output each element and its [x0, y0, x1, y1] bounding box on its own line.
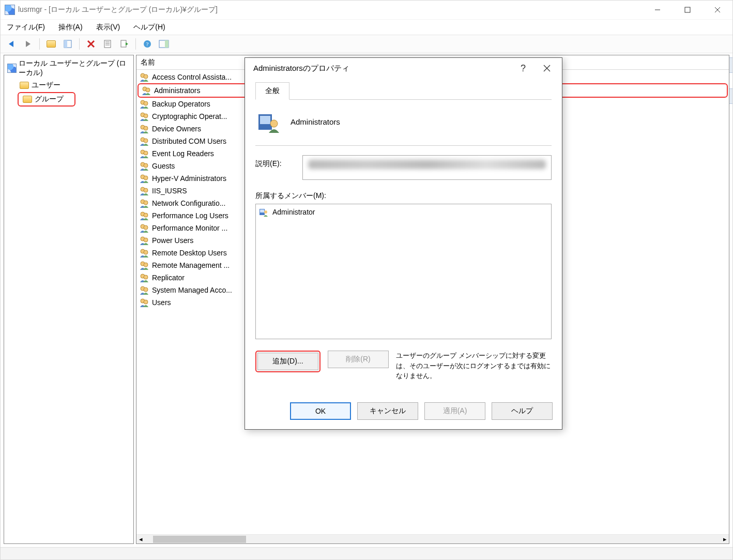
svg-point-55	[144, 287, 148, 292]
window-close-button[interactable]	[703, 1, 732, 19]
member-row[interactable]: Administrator	[259, 207, 548, 217]
group-icon	[140, 99, 149, 109]
group-icon	[140, 137, 149, 146]
tree-root-label: ローカル ユーザーとグループ (ローカル)	[19, 59, 130, 78]
svg-point-43	[144, 213, 148, 217]
list-row-label: Network Configuratio...	[152, 199, 225, 207]
svg-point-63	[270, 120, 278, 127]
list-row-label: Cryptographic Operat...	[152, 112, 227, 120]
list-row-label: Event Log Readers	[152, 149, 214, 158]
group-icon	[140, 273, 149, 282]
nav-back-button[interactable]	[5, 37, 18, 51]
menu-action[interactable]: 操作(A)	[58, 23, 83, 32]
ok-button[interactable]: OK	[290, 402, 351, 420]
list-row-label: IIS_IUSRS	[152, 187, 187, 195]
svg-rect-62	[260, 116, 270, 124]
svg-point-39	[144, 188, 148, 192]
svg-point-27	[144, 114, 148, 118]
svg-point-57	[144, 300, 148, 304]
toolbar-action-pane-button[interactable]	[157, 37, 171, 51]
group-icon	[140, 248, 149, 258]
svg-point-53	[144, 275, 148, 279]
list-row-label: Performance Monitor ...	[152, 224, 227, 232]
svg-point-35	[144, 163, 148, 168]
dialog-close-button[interactable]	[535, 60, 559, 77]
svg-rect-65	[260, 209, 264, 213]
description-textbox[interactable]	[302, 155, 552, 180]
toolbar-pane-button[interactable]	[61, 37, 74, 51]
member-name: Administrator	[272, 208, 315, 216]
group-icon	[140, 186, 149, 195]
svg-point-23	[146, 88, 150, 92]
list-row-label: Users	[152, 298, 171, 307]
group-name: Administrators	[291, 117, 340, 126]
status-bar	[1, 547, 732, 559]
tab-general[interactable]: 全般	[255, 82, 289, 100]
nav-forward-button[interactable]	[21, 37, 35, 51]
list-row-label: Guests	[152, 162, 175, 170]
svg-rect-19	[165, 40, 169, 48]
list-row-label: Device Owners	[152, 125, 201, 133]
svg-marker-5	[26, 41, 30, 47]
toolbar-delete-button[interactable]	[84, 37, 98, 51]
scrollbar-thumb[interactable]	[153, 536, 246, 543]
svg-point-29	[144, 126, 148, 130]
dialog-help-button[interactable]: ?	[511, 60, 535, 77]
svg-point-45	[144, 225, 148, 230]
group-icon	[140, 223, 149, 233]
group-icon	[140, 211, 149, 220]
list-row-label: Remote Management ...	[152, 261, 230, 269]
svg-point-31	[144, 139, 148, 143]
list-row-label: Access Control Assista...	[152, 73, 232, 81]
svg-point-47	[144, 238, 148, 242]
svg-marker-4	[9, 41, 13, 47]
toolbar-help-button[interactable]: ?	[141, 37, 154, 51]
group-icon	[142, 86, 151, 95]
group-icon	[140, 236, 149, 245]
members-listbox[interactable]: Administrator	[255, 204, 552, 339]
add-button[interactable]: 追加(D)...	[257, 353, 318, 370]
toolbar-properties-button[interactable]	[101, 37, 114, 51]
svg-rect-1	[685, 7, 690, 12]
list-row-label: Performance Log Users	[152, 211, 228, 220]
list-horizontal-scrollbar[interactable]: ◂ ▸	[136, 534, 729, 543]
toolbar-export-button[interactable]	[117, 37, 131, 51]
dialog-title: Administratorsのプロパティ	[253, 64, 511, 73]
group-icon	[140, 174, 149, 183]
properties-dialog: Administratorsのプロパティ ? 全般 Administrators…	[245, 57, 562, 430]
list-row-label: Distributed COM Users	[152, 137, 226, 145]
list-row-label: Remote Desktop Users	[152, 249, 227, 257]
svg-marker-15	[126, 42, 128, 46]
svg-point-25	[144, 101, 148, 105]
list-row-label: System Managed Acco...	[152, 286, 232, 294]
tree-node-users-label: ユーザー	[32, 81, 60, 90]
svg-point-51	[144, 263, 148, 267]
menu-help[interactable]: ヘルプ(H)	[133, 23, 165, 32]
svg-point-33	[144, 151, 148, 155]
tree-node-groups-label: グループ	[35, 95, 64, 104]
cancel-button[interactable]: キャンセル	[357, 402, 418, 420]
help-button[interactable]: ヘルプ	[492, 402, 553, 420]
list-row-label: Backup Operators	[152, 100, 210, 108]
membership-note: ユーザーのグループ メンバーシップに対する変更は、そのユーザーが次にログオンする…	[396, 351, 552, 381]
menu-view[interactable]: 表示(V)	[96, 23, 120, 32]
menu-file[interactable]: ファイル(F)	[7, 23, 45, 32]
toolbar: ?	[1, 35, 732, 53]
app-icon	[5, 5, 15, 15]
svg-text:?: ?	[146, 41, 149, 47]
description-label: 説明(E):	[255, 155, 282, 169]
tree-root[interactable]: ローカル ユーザーとグループ (ローカル)	[5, 57, 132, 79]
window-minimize-button[interactable]	[643, 1, 673, 19]
apply-button: 適用(A)	[424, 402, 485, 420]
svg-point-37	[144, 176, 148, 180]
group-icon	[140, 161, 149, 171]
svg-rect-7	[64, 40, 67, 48]
list-row-label: Power Users	[152, 236, 193, 245]
toolbar-folder-button[interactable]	[44, 37, 58, 51]
user-icon	[259, 207, 268, 217]
list-row-label: Hyper-V Administrators	[152, 174, 226, 183]
svg-rect-10	[104, 40, 111, 48]
window-maximize-button[interactable]	[673, 1, 703, 19]
tree-node-groups[interactable]: グループ	[18, 92, 75, 107]
tree-node-users[interactable]: ユーザー	[5, 79, 132, 92]
